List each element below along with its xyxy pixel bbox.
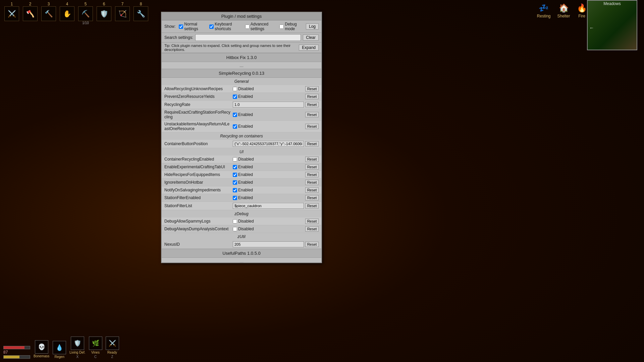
slot-number: 1 xyxy=(11,2,13,6)
debug-spammy-reset[interactable]: Reset xyxy=(305,219,319,224)
ignore-hotbar-reset[interactable]: Reset xyxy=(305,180,319,185)
plugin-usefulpaths[interactable]: UsefulPaths 1.0.5.0 xyxy=(162,249,321,258)
plugin-hitbox-fix[interactable]: Hitbox Fix 1.3.0 xyxy=(162,53,321,62)
hotbar-slot-4[interactable]: 4 ✋ xyxy=(59,2,75,21)
debug-mode-checkbox[interactable] xyxy=(279,24,284,29)
hide-recipes-checkbox[interactable] xyxy=(233,173,237,177)
slot-number: 8 xyxy=(140,2,142,6)
prevent-zero-reset[interactable]: Reset xyxy=(305,94,319,99)
prevent-zero-checkbox[interactable] xyxy=(233,95,237,99)
recycling-rate-input[interactable] xyxy=(233,102,304,108)
health-fill xyxy=(4,346,24,349)
setting-debug-dump: DebugAlwaysDumpAnalysisContext Disabled … xyxy=(162,225,321,233)
debug-dump-reset[interactable]: Reset xyxy=(305,226,319,232)
allow-recycling-checkbox[interactable] xyxy=(233,87,237,91)
container-recycling-checkbox[interactable] xyxy=(233,157,237,162)
log-button[interactable]: Log xyxy=(306,23,319,29)
checkbox-area[interactable]: Enabled xyxy=(233,195,253,200)
vines-icon: 🌿 xyxy=(89,337,102,350)
checkbox-area[interactable]: Disabled xyxy=(233,227,254,231)
checkbox-area[interactable]: Disabled xyxy=(233,157,254,162)
checkbox-area[interactable]: Enabled xyxy=(233,124,253,129)
buff-ready-key: Z xyxy=(111,355,113,359)
normal-settings-checkbox[interactable] xyxy=(179,24,183,29)
setting-ignore-hotbar: IgnoreItemsOnHotbar Enabled Reset xyxy=(162,179,321,186)
checkbox-area[interactable]: Disabled xyxy=(233,86,254,91)
slot-icon: 🔧 xyxy=(133,6,148,21)
section-general[interactable]: General xyxy=(162,78,321,85)
setting-value: Disabled xyxy=(233,219,304,224)
checkbox-area[interactable]: Enabled xyxy=(233,165,253,169)
allow-recycling-text: Disabled xyxy=(238,86,254,91)
station-filter-list-reset[interactable]: Reset xyxy=(305,203,319,208)
ready-icon: ⚔️ xyxy=(106,337,119,350)
nexus-id-input[interactable] xyxy=(233,241,304,247)
keyboard-shortcuts-text: Keyboard shortcuts xyxy=(215,22,242,31)
require-exact-checkbox[interactable] xyxy=(233,113,237,117)
checkbox-area[interactable]: Enabled xyxy=(233,188,253,192)
station-filter-checkbox[interactable] xyxy=(233,196,237,200)
buff-bonemass: 💀 Bonemass xyxy=(34,340,49,359)
notify-salvaging-reset[interactable]: Reset xyxy=(305,187,319,193)
hotbar-slot-7[interactable]: 7 🏹 xyxy=(114,2,131,21)
slot-icon: 🔨 xyxy=(41,6,56,21)
slot-count: 1/10 xyxy=(82,21,89,25)
checkbox-area[interactable]: Enabled xyxy=(233,112,253,117)
setting-value xyxy=(233,241,304,247)
keyboard-shortcuts-label[interactable]: Keyboard shortcuts xyxy=(209,22,242,31)
checkbox-area[interactable]: Enabled xyxy=(233,172,253,177)
normal-settings-label[interactable]: Normal settings xyxy=(179,22,206,31)
station-filter-list-input[interactable] xyxy=(233,203,304,209)
keyboard-shortcuts-checkbox[interactable] xyxy=(209,24,214,29)
panel-title: Plugin / mod settings xyxy=(162,12,321,20)
hotbar-slot-5[interactable]: 5 ⛏️ 1/10 xyxy=(77,2,94,25)
hotbar-slot-6[interactable]: 6 🛡️ xyxy=(96,2,112,21)
hotbar-slot-3[interactable]: 3 🔨 xyxy=(40,2,57,21)
health-bar xyxy=(3,346,30,349)
checkbox-area[interactable]: Enabled xyxy=(233,180,253,185)
recycling-rate-reset[interactable]: Reset xyxy=(305,102,319,107)
section-zdebug[interactable]: zDebug xyxy=(162,210,321,218)
expand-button[interactable]: Expand xyxy=(299,45,319,51)
notify-salvaging-text: Enabled xyxy=(238,188,253,192)
debug-mode-label[interactable]: Debug mode xyxy=(279,22,303,31)
require-exact-reset[interactable]: Reset xyxy=(305,112,319,117)
prevent-zero-text: Enabled xyxy=(238,94,253,99)
clear-button[interactable]: Clear xyxy=(303,35,319,41)
unstackable-checkbox[interactable] xyxy=(233,124,237,129)
advanced-settings-label[interactable]: Advanced settings xyxy=(245,22,276,31)
experimental-crafting-checkbox[interactable] xyxy=(233,165,237,169)
panel-scroll[interactable]: Hitbox Fix 1.3.0 ... SimpleRecycling 0.0… xyxy=(162,53,321,262)
container-pos-reset[interactable]: Reset xyxy=(305,141,319,146)
unstackable-reset[interactable]: Reset xyxy=(305,124,319,129)
checkbox-area[interactable]: Disabled xyxy=(233,219,254,224)
slot-icon: ⚔️ xyxy=(4,6,19,21)
hotbar-slot-1[interactable]: 1 ⚔️ xyxy=(3,2,20,21)
section-zutil[interactable]: zUtil xyxy=(162,233,321,240)
container-pos-input[interactable] xyxy=(233,141,304,147)
container-recycling-reset[interactable]: Reset xyxy=(305,157,319,162)
hotbar-slot-2[interactable]: 2 🪓 xyxy=(22,2,39,21)
search-input[interactable] xyxy=(195,34,301,41)
section-recycling-containers[interactable]: Recycling on containers xyxy=(162,132,321,140)
advanced-settings-checkbox[interactable] xyxy=(245,24,250,29)
debug-dump-checkbox[interactable] xyxy=(233,227,237,231)
hide-recipes-reset[interactable]: Reset xyxy=(305,172,319,177)
buff-living-def-key: X xyxy=(76,355,79,359)
experimental-crafting-reset[interactable]: Reset xyxy=(305,164,319,170)
debug-dump-text: Disabled xyxy=(238,227,254,231)
hotbar-slot-8[interactable]: 8 🔧 xyxy=(132,2,149,21)
allow-recycling-reset[interactable]: Reset xyxy=(305,86,319,92)
section-ui[interactable]: UI xyxy=(162,148,321,156)
debug-spammy-checkbox[interactable] xyxy=(233,219,237,224)
ignore-hotbar-checkbox[interactable] xyxy=(233,180,237,185)
nexus-id-reset[interactable]: Reset xyxy=(305,242,319,247)
station-filter-reset[interactable]: Reset xyxy=(305,195,319,200)
setting-name: StationFilterEnabled xyxy=(164,195,231,200)
stamina-bar xyxy=(3,355,30,359)
buff-regen-label: Regen xyxy=(55,355,64,359)
plugin-simplerecycling[interactable]: SimpleRecycling 0.0.13 xyxy=(162,69,321,78)
ignore-hotbar-text: Enabled xyxy=(238,180,253,185)
notify-salvaging-checkbox[interactable] xyxy=(233,188,237,192)
checkbox-area[interactable]: Enabled xyxy=(233,94,253,99)
